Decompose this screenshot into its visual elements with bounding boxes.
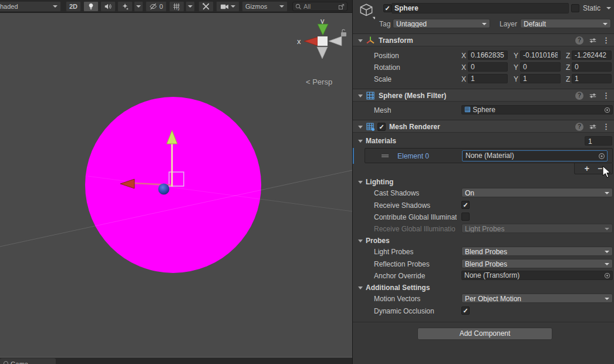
- position-z-field[interactable]: [572, 50, 612, 60]
- active-checkbox[interactable]: ✓: [383, 4, 392, 12]
- anchor-override-label: Anchor Override: [374, 272, 425, 280]
- tab-game[interactable]: Game: [0, 358, 56, 364]
- foldout-icon[interactable]: [358, 39, 363, 42]
- gizmo-neg-x-cone[interactable]: [329, 36, 342, 46]
- help-icon[interactable]: ?: [575, 123, 583, 131]
- scale-x-field[interactable]: [468, 74, 508, 83]
- scene-grid-button[interactable]: y: [169, 1, 184, 12]
- scene-audio-button[interactable]: [100, 1, 116, 12]
- mesh-object-field[interactable]: Sphere: [461, 105, 613, 114]
- receive-shadows-checkbox[interactable]: ✓: [461, 201, 470, 209]
- 2d-label: 2D: [69, 3, 77, 10]
- component-tools-button[interactable]: [198, 1, 214, 12]
- help-icon[interactable]: ?: [575, 36, 583, 45]
- gameobject-name-field[interactable]: [392, 3, 569, 14]
- mesh-renderer-enabled-checkbox[interactable]: ✓: [377, 123, 386, 131]
- static-dropdown-arrow[interactable]: [606, 7, 611, 9]
- foldout-icon[interactable]: [358, 287, 363, 289]
- position-x-field[interactable]: [468, 50, 508, 60]
- axis-y: Y: [514, 52, 518, 60]
- receive-shadows-label: Receive Shadows: [374, 201, 430, 210]
- presets-icon[interactable]: [589, 123, 597, 131]
- anchor-override-value: None (Transform): [464, 271, 519, 279]
- scene-effects-dropdown[interactable]: [134, 1, 143, 12]
- gizmos-dropdown[interactable]: Gizmos: [242, 1, 288, 12]
- help-icon[interactable]: ?: [575, 92, 583, 100]
- chevron-down-icon: [136, 5, 141, 8]
- gizmo-center-cube[interactable]: [318, 36, 328, 46]
- anchor-override-field[interactable]: None (Transform): [461, 271, 613, 280]
- kebab-menu-icon[interactable]: ⋮: [602, 123, 610, 131]
- rotation-y-field[interactable]: [520, 62, 561, 72]
- foldout-icon[interactable]: [358, 181, 363, 184]
- additional-settings-section-row[interactable]: Additional Settings: [353, 282, 614, 293]
- motion-vectors-dropdown[interactable]: Per Object Motion: [461, 294, 613, 303]
- mesh-filter-header[interactable]: Sphere (Mesh Filter) ? ⋮: [353, 89, 614, 102]
- gameobject-cube-icon: [357, 2, 375, 20]
- material-element-row[interactable]: Element 0 None (Material): [365, 148, 613, 163]
- mesh-renderer-header[interactable]: ✓ Mesh Renderer ? ⋮: [353, 120, 614, 133]
- shading-mode-dropdown[interactable]: haded: [0, 1, 61, 12]
- probes-section-row[interactable]: Probes: [353, 235, 614, 246]
- lighting-section-row[interactable]: Lighting: [353, 177, 614, 187]
- position-label: Position: [374, 52, 399, 60]
- scale-row: Scale X Y Z: [353, 74, 614, 85]
- object-picker-icon[interactable]: [603, 272, 611, 279]
- scene-viewport[interactable]: y x < Persp: [0, 13, 352, 357]
- reflection-probes-label: Reflection Probes: [374, 260, 430, 268]
- kebab-menu-icon[interactable]: ⋮: [602, 36, 610, 45]
- gizmo-y-cone[interactable]: [318, 24, 328, 35]
- scale-z-field[interactable]: [572, 74, 612, 83]
- presets-icon[interactable]: [589, 36, 597, 45]
- contribute-gi-row: Contribute Global Illuminat: [353, 212, 614, 223]
- gizmo-neg-y-cone[interactable]: [317, 47, 328, 59]
- material-object-field[interactable]: None (Material): [462, 150, 608, 161]
- kebab-menu-icon[interactable]: ⋮: [602, 92, 610, 100]
- drag-handle-icon[interactable]: [382, 154, 389, 157]
- rotation-x-field[interactable]: [468, 62, 508, 72]
- add-element-button[interactable]: +: [585, 164, 589, 173]
- object-picker-icon[interactable]: [603, 106, 611, 114]
- materials-section-row[interactable]: Materials 1: [353, 136, 614, 146]
- contribute-gi-checkbox[interactable]: [461, 213, 470, 221]
- tag-dropdown[interactable]: Untagged: [393, 19, 490, 28]
- foldout-icon[interactable]: [358, 140, 363, 143]
- scene-search-field[interactable]: [292, 2, 348, 11]
- lock-icon[interactable]: [341, 29, 346, 36]
- scene-grid-dropdown[interactable]: [185, 1, 195, 12]
- receive-gi-value: Light Probes: [465, 225, 504, 233]
- rotation-z-field[interactable]: [572, 62, 612, 72]
- scene-lighting-button[interactable]: [83, 1, 99, 12]
- layer-dropdown[interactable]: Default: [520, 19, 611, 28]
- gizmo-x-cone[interactable]: [304, 37, 318, 46]
- layer-value: Default: [524, 20, 546, 28]
- sphere-object[interactable]: [85, 97, 261, 273]
- foldout-icon[interactable]: [358, 240, 363, 242]
- dynamic-occlusion-checkbox[interactable]: ✓: [461, 306, 470, 315]
- object-picker-icon[interactable]: [598, 152, 606, 160]
- scale-y-field[interactable]: [520, 74, 561, 83]
- foldout-icon[interactable]: [358, 95, 363, 97]
- add-component-button[interactable]: Add Component: [417, 328, 552, 340]
- eye-off-icon: [149, 2, 157, 11]
- rotation-label: Rotation: [374, 63, 400, 72]
- scene-camera-button[interactable]: [216, 1, 239, 12]
- foldout-icon[interactable]: [358, 126, 363, 129]
- static-checkbox[interactable]: [571, 4, 579, 12]
- scene-search-input[interactable]: [303, 3, 336, 10]
- transform-header[interactable]: Transform ? ⋮: [353, 33, 614, 46]
- scene-visibility-button[interactable]: 0: [146, 1, 167, 12]
- presets-icon[interactable]: [589, 92, 597, 100]
- perspective-label[interactable]: < Persp: [306, 77, 332, 86]
- remove-element-button[interactable]: −: [598, 164, 602, 173]
- orientation-gizmo[interactable]: y x: [297, 16, 346, 59]
- gizmo-z-ball[interactable]: [158, 184, 170, 195]
- scene-effects-button[interactable]: [117, 1, 133, 12]
- light-probes-dropdown[interactable]: Blend Probes: [461, 247, 613, 256]
- position-y-field[interactable]: [520, 50, 561, 60]
- materials-count-field[interactable]: 1: [585, 136, 612, 146]
- cast-shadows-dropdown[interactable]: On: [461, 188, 613, 197]
- axis-z: Z: [566, 63, 570, 72]
- reflection-probes-dropdown[interactable]: Blend Probes: [461, 259, 613, 268]
- toggle-2d-button[interactable]: 2D: [66, 1, 81, 12]
